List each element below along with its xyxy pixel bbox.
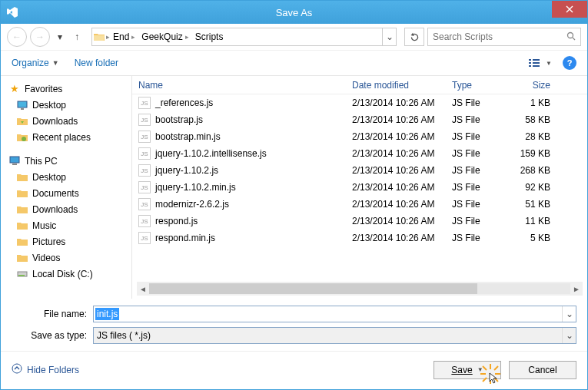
file-row[interactable]: JSbootstrap.js2/13/2014 10:26 AMJS File5… bbox=[132, 111, 587, 128]
split-button-arrow[interactable]: ▼ bbox=[477, 366, 483, 373]
scroll-track[interactable] bbox=[149, 283, 570, 294]
desktop-icon bbox=[16, 99, 28, 111]
js-file-icon: JS bbox=[138, 198, 151, 210]
search-input[interactable] bbox=[433, 31, 566, 42]
organize-menu[interactable]: Organize ▼ bbox=[12, 58, 59, 68]
svg-point-15 bbox=[12, 364, 22, 373]
file-type: JS File bbox=[446, 114, 507, 125]
svg-rect-7 bbox=[533, 65, 540, 67]
window-title: Save As bbox=[276, 7, 313, 18]
documents-icon bbox=[16, 187, 28, 200]
forward-button[interactable]: → bbox=[30, 27, 50, 47]
file-row[interactable]: JSjquery-1.10.2.min.js2/13/2014 10:26 AM… bbox=[132, 179, 587, 196]
sidebar-item-local-disk[interactable]: Local Disk (C:) bbox=[8, 266, 131, 282]
file-row[interactable]: JSbootstrap.min.js2/13/2014 10:26 AMJS F… bbox=[132, 128, 587, 145]
sidebar-item-documents[interactable]: Documents bbox=[8, 185, 131, 201]
file-size: 11 KB bbox=[507, 216, 561, 226]
file-size: 58 KB bbox=[507, 114, 561, 125]
chevron-up-icon bbox=[12, 363, 22, 376]
downloads-icon bbox=[16, 115, 28, 127]
recent-dropdown[interactable]: ▾ bbox=[53, 28, 67, 45]
file-type: JS File bbox=[446, 131, 507, 142]
file-list: Name Date modified Type Size JS_referenc… bbox=[132, 76, 587, 299]
titlebar: Save As bbox=[1, 1, 587, 24]
back-button[interactable]: ← bbox=[7, 27, 27, 47]
breadcrumb-dropdown[interactable]: ⌄ bbox=[382, 28, 396, 45]
file-type: JS File bbox=[446, 182, 507, 193]
file-name-label: File name: bbox=[12, 309, 87, 319]
scroll-left-arrow[interactable]: ◄ bbox=[137, 285, 149, 293]
column-name[interactable]: Name bbox=[132, 80, 346, 91]
file-row[interactable]: JSjquery-1.10.2.intellisense.js2/13/2014… bbox=[132, 145, 587, 162]
sidebar-item-downloads[interactable]: Downloads bbox=[8, 201, 131, 217]
hide-folders-button[interactable]: Hide Folders bbox=[12, 363, 79, 376]
svg-line-23 bbox=[483, 378, 487, 382]
file-size: 268 KB bbox=[507, 165, 561, 176]
save-button[interactable]: Save ▼ bbox=[434, 361, 501, 379]
file-date: 2/13/2014 10:26 AM bbox=[346, 216, 446, 226]
breadcrumb[interactable]: ▸ End▸ GeekQuiz▸ Scripts ⌄ bbox=[91, 28, 397, 46]
sidebar-item-recent[interactable]: Recent places bbox=[8, 129, 131, 145]
js-file-icon: JS bbox=[138, 131, 151, 143]
favorites-group[interactable]: ★Favorites bbox=[8, 81, 131, 97]
breadcrumb-item[interactable]: End▸ bbox=[110, 28, 138, 45]
file-date: 2/13/2014 10:26 AM bbox=[346, 199, 446, 210]
music-icon bbox=[16, 220, 28, 232]
sidebar-item-desktop[interactable]: Desktop bbox=[8, 97, 131, 113]
file-date: 2/13/2014 10:26 AM bbox=[346, 131, 446, 142]
svg-rect-8 bbox=[18, 101, 27, 107]
breadcrumb-item[interactable]: GeekQuiz▸ bbox=[138, 28, 191, 45]
file-name: modernizr-2.6.2.js bbox=[155, 199, 229, 210]
app-icon bbox=[1, 6, 24, 18]
save-type-dropdown[interactable]: ⌄ bbox=[562, 328, 576, 343]
sidebar-item-desktop[interactable]: Desktop bbox=[8, 169, 131, 185]
sidebar: ★Favorites Desktop Downloads Recent plac… bbox=[1, 76, 131, 299]
scroll-right-arrow[interactable]: ► bbox=[570, 285, 583, 293]
file-size: 1 KB bbox=[507, 98, 561, 108]
downloads-icon bbox=[16, 203, 28, 216]
help-button[interactable]: ? bbox=[563, 56, 576, 70]
main-panel: ★Favorites Desktop Downloads Recent plac… bbox=[1, 76, 587, 299]
new-folder-button[interactable]: New folder bbox=[75, 58, 118, 68]
sidebar-item-videos[interactable]: Videos bbox=[8, 250, 131, 266]
folder-icon bbox=[92, 32, 106, 41]
column-date[interactable]: Date modified bbox=[346, 80, 446, 91]
save-type-select[interactable]: JS files ( *.js) ⌄ bbox=[93, 327, 576, 344]
file-date: 2/13/2014 10:26 AM bbox=[346, 114, 446, 125]
file-name-dropdown[interactable]: ⌄ bbox=[562, 306, 576, 322]
file-row[interactable]: JS_references.js2/13/2014 10:26 AMJS Fil… bbox=[132, 94, 587, 111]
refresh-button[interactable] bbox=[404, 28, 424, 46]
toolbar: Organize ▼ New folder ▼ ? bbox=[1, 50, 587, 76]
file-type: JS File bbox=[446, 216, 507, 226]
cursor-highlight-icon bbox=[480, 364, 500, 386]
file-name-input[interactable]: init.js ⌄ bbox=[93, 306, 576, 322]
file-size: 159 KB bbox=[507, 148, 561, 159]
search-box[interactable] bbox=[427, 28, 581, 46]
file-name: _references.js bbox=[155, 98, 213, 108]
sidebar-item-music[interactable]: Music bbox=[8, 217, 131, 233]
file-name-value[interactable]: init.js bbox=[95, 308, 119, 320]
scroll-thumb[interactable] bbox=[149, 283, 477, 294]
breadcrumb-item[interactable]: Scripts bbox=[192, 28, 227, 45]
close-button[interactable] bbox=[552, 1, 587, 18]
file-row[interactable]: JSrespond.js2/13/2014 10:26 AMJS File11 … bbox=[132, 213, 587, 230]
horizontal-scrollbar[interactable]: ◄ ► bbox=[137, 282, 583, 296]
file-size: 51 KB bbox=[507, 199, 561, 210]
this-pc-group[interactable]: This PC bbox=[8, 153, 131, 169]
file-row[interactable]: JSrespond.min.js2/13/2014 10:26 AMJS Fil… bbox=[132, 230, 587, 246]
file-type: JS File bbox=[446, 199, 507, 210]
up-button[interactable]: ↑ bbox=[70, 28, 84, 45]
column-type[interactable]: Type bbox=[446, 80, 507, 91]
file-name: respond.js bbox=[155, 216, 198, 226]
chevron-down-icon: ▼ bbox=[52, 59, 59, 67]
sidebar-item-pictures[interactable]: Pictures bbox=[8, 233, 131, 250]
cancel-button[interactable]: Cancel bbox=[509, 361, 576, 379]
videos-icon bbox=[16, 252, 28, 264]
save-type-label: Save as type: bbox=[12, 330, 87, 341]
column-size[interactable]: Size bbox=[507, 80, 561, 91]
file-row[interactable]: JSmodernizr-2.6.2.js2/13/2014 10:26 AMJS… bbox=[132, 196, 587, 213]
chevron-right-icon: ▸ bbox=[131, 33, 135, 41]
file-row[interactable]: JSjquery-1.10.2.js2/13/2014 10:26 AMJS F… bbox=[132, 162, 587, 179]
view-options-button[interactable]: ▼ bbox=[529, 58, 552, 68]
sidebar-item-downloads[interactable]: Downloads bbox=[8, 113, 131, 129]
